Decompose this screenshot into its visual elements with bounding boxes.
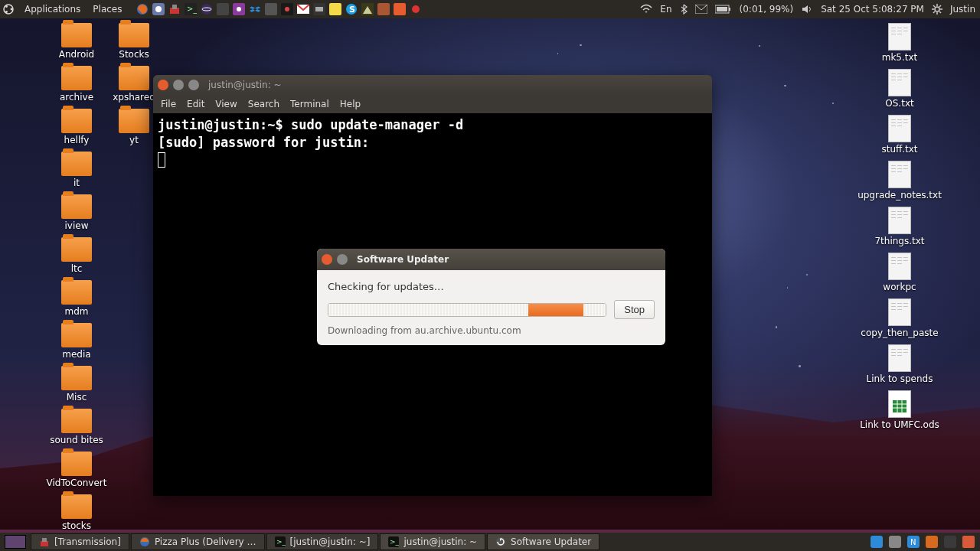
desktop-folder[interactable]: yt — [119, 107, 149, 147]
tray-app-icon[interactable] — [925, 535, 939, 549]
workspace-switcher[interactable] — [5, 535, 26, 549]
transmission-icon[interactable] — [168, 2, 181, 16]
launcher-icon[interactable] — [152, 2, 165, 16]
text-file-icon: ― ― ―― ― ―― ― — [888, 161, 911, 188]
mail-icon[interactable] — [695, 5, 707, 14]
svg-line-41 — [933, 11, 935, 13]
tray-app-icon[interactable]: N — [906, 535, 920, 549]
minimize-icon[interactable] — [173, 80, 184, 90]
top-panel: Applications Places >_ S En — [0, 0, 980, 18]
battery-icon[interactable] — [715, 5, 732, 14]
desktop-folder[interactable]: Android — [59, 21, 94, 61]
dropbox-icon[interactable] — [248, 2, 262, 16]
notes-icon[interactable] — [328, 2, 342, 16]
app-icon[interactable] — [264, 2, 278, 16]
taskbar-task[interactable]: >_justin@justin: ~ — [380, 533, 485, 550]
folder-icon — [61, 152, 92, 176]
desktop-icon-label: yt — [129, 135, 139, 145]
tray-app-icon[interactable] — [888, 535, 902, 549]
desktop-folder[interactable]: sound bites — [50, 407, 103, 447]
taskbar-task[interactable]: Software Updater — [487, 533, 599, 550]
desktop-folder[interactable]: hellfy — [61, 107, 92, 147]
terminal-menubar: File Edit View Search Terminal Help — [153, 95, 712, 113]
folder-icon — [61, 23, 92, 47]
svg-rect-62 — [962, 536, 975, 548]
applications-menu[interactable]: Applications — [21, 4, 83, 15]
menu-view[interactable]: View — [215, 99, 237, 109]
eclipse-icon[interactable] — [200, 2, 214, 16]
app-icon[interactable] — [377, 2, 390, 16]
wifi-icon[interactable] — [640, 4, 652, 15]
close-icon[interactable] — [158, 80, 168, 90]
menu-terminal[interactable]: Terminal — [290, 99, 329, 109]
bluetooth-icon[interactable] — [680, 4, 688, 15]
desktop-folder[interactable]: stocks — [61, 493, 92, 533]
desktop-icon-label: Misc — [67, 392, 87, 403]
skype-icon[interactable]: S — [345, 2, 358, 16]
updater-titlebar[interactable]: Software Updater — [317, 249, 665, 270]
desktop-folder[interactable]: archive — [60, 64, 93, 104]
app-icon[interactable] — [280, 2, 294, 16]
desktop-file[interactable]: ― ― ―― ― ―― ―Link to spends — [867, 343, 933, 386]
desktop-folder[interactable]: xpshared — [113, 64, 155, 104]
desktop-folder[interactable]: Misc — [61, 364, 92, 404]
desktop-folder[interactable]: media — [61, 321, 92, 361]
show-desktop-icon[interactable] — [962, 535, 975, 549]
svg-line-40 — [939, 5, 941, 7]
app-icon[interactable] — [312, 2, 326, 16]
taskbar-task[interactable]: >_[justin@justin: ~] — [266, 533, 379, 550]
desktop-file[interactable]: ― ― ―― ― ―― ―stuff.txt — [881, 113, 917, 156]
menu-search[interactable]: Search — [248, 99, 279, 109]
user-menu[interactable]: Justin — [950, 4, 975, 15]
desktop-file[interactable]: ― ― ―― ― ―― ―OS.txt — [885, 67, 913, 110]
menu-file[interactable]: File — [161, 99, 176, 109]
desktop-file[interactable]: ― ― ―― ― ―― ―mk5.txt — [882, 21, 918, 64]
record-icon[interactable] — [409, 2, 423, 16]
stop-button[interactable]: Stop — [614, 300, 655, 319]
desktop-file[interactable]: ― ― ―― ― ―― ―upgrade_notes.txt — [858, 159, 942, 202]
menu-edit[interactable]: Edit — [187, 99, 204, 109]
folder-icon — [61, 409, 92, 433]
updater-status: Checking for updates… — [328, 281, 655, 292]
gmail-icon[interactable] — [296, 2, 310, 16]
desktop-icon-label: mdm — [65, 306, 89, 317]
desktop-folder[interactable]: VidToConvert — [47, 450, 107, 490]
desktop-file[interactable]: ― ― ―― ― ―― ―copy_then_paste — [861, 297, 938, 340]
desktop-folder[interactable]: Stocks — [119, 21, 149, 61]
minimize-icon[interactable] — [337, 254, 348, 265]
desktop-file[interactable]: ― ― ―― ― ―― ―workpc — [883, 251, 916, 294]
close-icon[interactable] — [322, 254, 332, 265]
gear-icon[interactable] — [932, 4, 942, 15]
taskbar-task[interactable]: [Transmission] — [31, 533, 129, 550]
menu-help[interactable]: Help — [340, 99, 361, 109]
terminal-icon[interactable]: >_ — [184, 2, 198, 16]
desktop-file[interactable]: ― ― ―― ― ―― ―7things.txt — [874, 205, 924, 248]
terminal-titlebar[interactable]: justin@justin: ~ — [153, 75, 712, 95]
language-indicator[interactable]: En — [660, 4, 671, 15]
app-icon[interactable] — [393, 2, 407, 16]
taskbar-task[interactable]: Pizza Plus (Delivery … — [131, 533, 265, 550]
ubuntu-logo-icon[interactable] — [2, 2, 15, 16]
tray-app-icon[interactable] — [943, 535, 957, 549]
volume-icon[interactable] — [801, 4, 813, 15]
folder-icon — [61, 66, 92, 90]
desktop-file[interactable]: Link to UMFC.ods — [860, 389, 939, 432]
svg-rect-61 — [944, 536, 956, 548]
clock[interactable]: Sat 25 Oct 5:08:27 PM — [821, 4, 924, 15]
desktop-folder[interactable]: it — [61, 150, 92, 190]
maximize-icon[interactable] — [188, 80, 199, 90]
places-menu[interactable]: Places — [90, 4, 125, 15]
svg-point-1 — [11, 8, 13, 11]
firefox-icon[interactable] — [136, 2, 149, 16]
svg-rect-32 — [717, 7, 727, 11]
desktop-folder[interactable]: ltc — [61, 236, 92, 276]
desktop-folder[interactable]: mdm — [61, 279, 92, 318]
desktop-folder[interactable]: iview — [61, 193, 92, 233]
updater-detail: Downloading from au.archive.ubuntu.com — [328, 325, 655, 336]
app-icon[interactable] — [216, 2, 230, 16]
svg-point-6 — [155, 6, 162, 12]
app-icon[interactable] — [232, 2, 246, 16]
tray-app-icon[interactable] — [870, 535, 884, 549]
app-icon[interactable] — [361, 2, 374, 16]
text-file-icon: ― ― ―― ― ―― ― — [888, 207, 911, 234]
